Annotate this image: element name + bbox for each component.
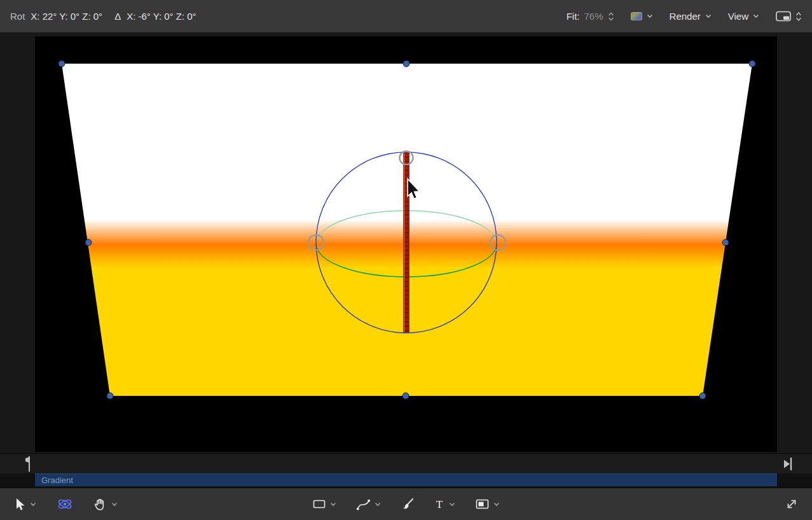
chevron-down-icon [330, 502, 336, 507]
view-label: View [728, 11, 748, 22]
svg-text:T: T [436, 498, 443, 510]
paintbrush-icon [401, 498, 414, 510]
3d-orbit-icon [57, 497, 73, 511]
selection-handle-top-right[interactable] [749, 60, 755, 67]
pan-tool[interactable] [93, 498, 118, 511]
selection-handle-bottom-left[interactable] [107, 393, 113, 399]
paint-stroke-tool[interactable] [401, 498, 414, 510]
fit-value: 76% [584, 11, 603, 22]
selection-handle-mid-right[interactable] [722, 239, 729, 246]
hand-icon [93, 498, 107, 511]
chevron-down-icon [111, 502, 118, 507]
chevron-down-icon [753, 14, 759, 18]
tool-bar: T [0, 488, 812, 520]
rectangle-icon [313, 498, 326, 510]
render-menu[interactable]: Render [670, 11, 712, 22]
mask-tool[interactable] [476, 498, 500, 510]
timeline-clip-gradient[interactable]: Gradient [35, 474, 777, 486]
text-icon: T [434, 498, 444, 510]
bezier-tool[interactable] [357, 498, 381, 510]
delta-values: X: -6° Y: 0° Z: 0° [127, 11, 196, 22]
rotation-status: Rot X: 22° Y: 0° Z: 0° Δ X: -6° Y: 0° Z:… [10, 11, 196, 22]
selection-handle-bottom-center[interactable] [403, 393, 409, 399]
chevron-down-icon [705, 14, 712, 18]
canvas-viewport[interactable] [0, 33, 812, 453]
play-range-end-marker[interactable] [783, 456, 793, 472]
fit-label: Fit: [567, 11, 580, 22]
selection-handle-top-left[interactable] [58, 60, 65, 67]
canvas[interactable] [35, 36, 777, 452]
shape-tool[interactable] [313, 498, 336, 510]
rot-values: X: 22° Y: 0° Z: 0° [31, 11, 102, 22]
expand-timeline-button[interactable] [785, 498, 798, 510]
bezier-curve-icon [357, 498, 370, 510]
mini-timeline: Gradient [0, 453, 812, 488]
selection-handle-mid-left[interactable] [85, 239, 92, 246]
rectangle-mask-icon [476, 498, 489, 510]
timeline-ruler[interactable] [0, 453, 812, 474]
arrow-cursor-icon [14, 498, 25, 511]
stepper-updown-icon [795, 11, 802, 22]
color-swatch-icon [631, 12, 642, 20]
selection-handle-top-center[interactable] [403, 60, 409, 67]
color-channels-control[interactable] [631, 12, 653, 20]
zoom-fit-control[interactable]: Fit: 76% [567, 11, 614, 22]
chevron-down-icon [30, 502, 36, 507]
canvas-status-bar: Rot X: 22° Y: 0° Z: 0° Δ X: -6° Y: 0° Z:… [0, 0, 812, 33]
transform-tools-group [14, 497, 118, 511]
display-icon [776, 11, 791, 22]
delta-symbol: Δ [114, 11, 121, 22]
rot-label: Rot [10, 11, 25, 22]
timeline-track: Gradient [0, 474, 812, 488]
chevron-down-icon [493, 502, 500, 507]
display-layout-control[interactable] [776, 11, 802, 22]
text-tool[interactable]: T [434, 498, 455, 510]
chevron-down-icon [375, 502, 381, 507]
creation-tools-group: T [313, 498, 500, 510]
clip-label: Gradient [41, 475, 73, 485]
canvas-view-controls: Fit: 76% Render View [567, 11, 802, 22]
view-menu[interactable]: View [728, 11, 759, 22]
render-label: Render [670, 11, 701, 22]
chevron-down-icon [647, 14, 653, 18]
resize-diagonal-icon [785, 498, 798, 510]
3d-transform-tool[interactable] [57, 497, 73, 511]
play-range-start-marker[interactable] [24, 456, 33, 472]
stepper-updown-icon [608, 12, 614, 21]
chevron-down-icon [449, 502, 455, 507]
selection-handle-bottom-right[interactable] [699, 393, 706, 399]
select-tool[interactable] [14, 498, 36, 511]
